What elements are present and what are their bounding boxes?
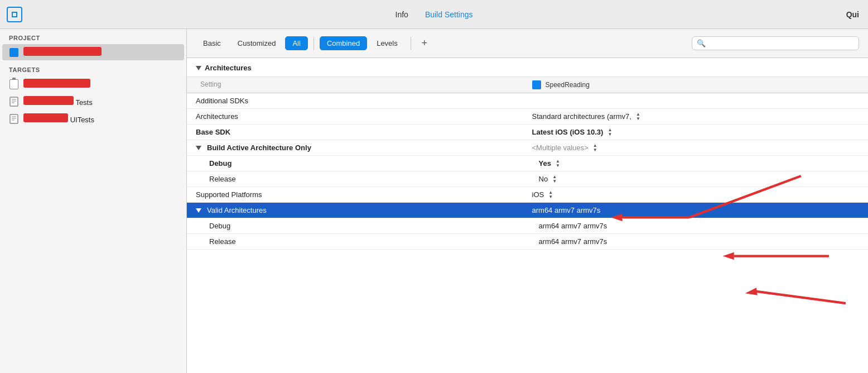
col-headers: Setting SpeedReading	[187, 77, 868, 93]
architectures-stepper[interactable]: ▲ ▼	[636, 112, 640, 121]
uitests-suffix: UITests	[70, 116, 94, 124]
build-active-arch-triangle[interactable]	[196, 146, 201, 150]
build-active-release-value-text: No	[539, 175, 548, 183]
sidebar-item-target-uitests[interactable]: UITests	[2, 111, 184, 127]
toolbar-divider-2	[411, 37, 411, 50]
cell-build-active-debug-label: Debug	[209, 156, 534, 170]
build-active-arch-stepper[interactable]: ▲ ▼	[593, 144, 597, 152]
cell-base-sdk-value: Latest iOS (iOS 10.3) ▲ ▼	[528, 125, 860, 140]
tests-suffix: Tests	[75, 98, 92, 107]
toolbar-divider-1	[314, 37, 314, 50]
sidebar-item-target-tests[interactable]: Tests	[2, 93, 184, 109]
row-additional-sdks[interactable]: Additional SDKs	[187, 93, 868, 109]
row-valid-arch-release[interactable]: Release arm64 armv7 armv7s	[187, 234, 868, 250]
stepper-down-icon: ▼	[607, 132, 612, 137]
build-active-debug-stepper[interactable]: ▲ ▼	[556, 159, 560, 168]
window-icon-inner	[12, 12, 17, 17]
architectures-title: Architectures	[196, 64, 252, 72]
customized-button[interactable]: Customized	[230, 36, 283, 50]
sidebar-item-target-app[interactable]	[2, 76, 184, 92]
cell-additional-sdks-value	[528, 98, 860, 104]
all-button[interactable]: All	[285, 36, 307, 50]
row-architectures[interactable]: Architectures Standard architectures (ar…	[187, 109, 868, 125]
cell-valid-arch-release-value: arm64 armv7 armv7s	[534, 235, 860, 248]
project-section-header: PROJECT	[0, 29, 186, 44]
cell-valid-arch-value: arm64 armv7 armv7s	[528, 203, 860, 217]
stepper-down-icon: ▼	[593, 148, 597, 152]
row-supported-platforms[interactable]: Supported Platforms iOS ▲ ▼	[187, 187, 868, 203]
title-bar-right: Qui	[846, 10, 859, 19]
architectures-section-header: Architectures	[187, 58, 868, 77]
project-label	[23, 47, 102, 58]
svg-marker-8	[745, 288, 758, 295]
levels-button[interactable]: Levels	[369, 36, 405, 50]
supported-platforms-stepper[interactable]: ▲ ▼	[548, 190, 553, 199]
cell-valid-arch-debug-value: arm64 armv7 armv7s	[534, 219, 860, 233]
target-app-label	[23, 79, 90, 89]
row-valid-arch-debug[interactable]: Debug arm64 armv7 armv7s	[187, 218, 868, 234]
target-app-icon	[9, 79, 19, 89]
section-triangle[interactable]	[196, 66, 201, 70]
content-area: Basic Customized All Combined Levels + 🔍…	[187, 29, 868, 373]
table-area: Architectures Setting SpeedReading Addit…	[187, 58, 868, 373]
cell-build-active-arch-value: <Multiple values> ▲ ▼	[528, 141, 860, 155]
project-col-header: SpeedReading	[528, 77, 860, 93]
cell-build-active-arch-label: Build Active Architecture Only	[196, 141, 528, 155]
cell-base-sdk-label: Base SDK	[196, 125, 528, 139]
title-bar-left	[7, 7, 22, 22]
redacted-target-tests	[23, 96, 74, 105]
stepper-down-icon: ▼	[556, 164, 560, 168]
redacted-target-app	[23, 79, 90, 88]
valid-arch-debug-value-text: arm64 armv7 armv7s	[539, 222, 607, 230]
search-box[interactable]: 🔍	[692, 36, 859, 50]
toolbar: Basic Customized All Combined Levels + 🔍	[187, 29, 868, 58]
supported-platforms-value-text: iOS	[532, 190, 544, 199]
row-base-sdk[interactable]: Base SDK Latest iOS (iOS 10.3) ▲ ▼	[187, 125, 868, 140]
architectures-label: Architectures	[205, 64, 252, 72]
project-col-label: SpeedReading	[546, 81, 590, 89]
project-icon	[9, 47, 19, 58]
add-button[interactable]: +	[417, 36, 432, 51]
sidebar-item-project[interactable]	[2, 44, 184, 60]
redacted-project-name	[23, 47, 102, 56]
svg-marker-6	[723, 252, 734, 260]
red-arrow-2	[723, 252, 829, 260]
build-active-release-stepper[interactable]: ▲ ▼	[552, 175, 557, 184]
cell-valid-arch-label: Valid Architectures	[196, 203, 528, 217]
title-bar-tabs: Info Build Settings	[396, 8, 473, 21]
basic-button[interactable]: Basic	[196, 36, 228, 50]
target-tests-icon	[9, 97, 19, 107]
build-active-arch-value-text: <Multiple values>	[532, 144, 589, 152]
tab-build-settings[interactable]: Build Settings	[425, 8, 473, 21]
project-col-icon	[532, 80, 541, 89]
cell-architectures-label: Architectures	[196, 109, 528, 123]
cell-build-active-debug-value: Yes ▲ ▼	[534, 156, 860, 171]
valid-arch-triangle[interactable]	[196, 208, 201, 213]
target-uitests-label: UITests	[23, 113, 94, 124]
search-input[interactable]	[709, 39, 854, 47]
stepper-down-icon: ▼	[548, 195, 553, 199]
row-build-active-release[interactable]: Release No ▲ ▼	[187, 171, 868, 187]
targets-section-header: TARGETS	[0, 61, 186, 75]
target-tests-label: Tests	[23, 96, 93, 107]
stepper-down-icon: ▼	[636, 117, 640, 121]
row-valid-architectures[interactable]: Valid Architectures arm64 armv7 armv7s	[187, 203, 868, 218]
cell-architectures-value: Standard architectures (armv7, ▲ ▼	[528, 109, 860, 124]
cell-valid-arch-release-label: Release	[209, 235, 534, 248]
title-bar: Info Build Settings Qui	[0, 0, 868, 29]
row-build-active-arch[interactable]: Build Active Architecture Only <Multiple…	[187, 140, 868, 156]
cell-supported-platforms-value: iOS ▲ ▼	[528, 188, 860, 202]
svg-rect-0	[10, 97, 18, 106]
combined-button[interactable]: Combined	[320, 36, 367, 50]
row-build-active-debug[interactable]: Debug Yes ▲ ▼	[187, 156, 868, 171]
cell-additional-sdks-label: Additional SDKs	[196, 94, 528, 108]
window-icon	[7, 7, 22, 22]
setting-col-header: Setting	[196, 77, 528, 93]
architectures-value-text: Standard architectures (armv7,	[532, 112, 631, 121]
cell-build-active-release-value: No ▲ ▼	[534, 172, 860, 187]
base-sdk-stepper[interactable]: ▲ ▼	[607, 128, 612, 137]
redacted-target-uitests	[23, 113, 68, 122]
base-sdk-value-text: Latest iOS (iOS 10.3)	[532, 128, 604, 136]
cell-supported-platforms-label: Supported Platforms	[196, 188, 528, 202]
tab-info[interactable]: Info	[396, 8, 408, 21]
